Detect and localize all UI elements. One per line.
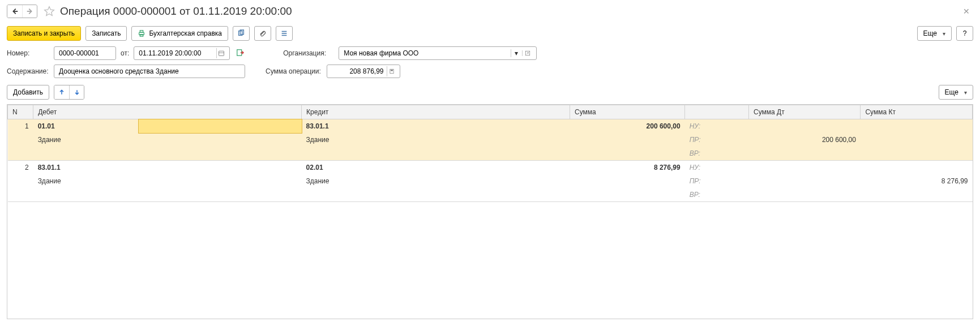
col-debit[interactable]: Дебет — [33, 105, 302, 119]
move-row-group — [54, 85, 84, 100]
more-button-top[interactable]: Еще — [917, 26, 952, 41]
table-row[interactable]: 2 83.01.1 02.01 8 276,99 НУ: — [8, 161, 973, 175]
svg-rect-1 — [140, 31, 143, 33]
number-input[interactable] — [54, 46, 116, 60]
table-row[interactable]: Здание Здание ПР: 200 600,00 — [8, 133, 973, 147]
col-sum-kt[interactable]: Сумма Кт — [861, 105, 973, 119]
calculator-icon[interactable] — [387, 66, 396, 76]
col-sum[interactable]: Сумма — [570, 105, 685, 119]
op-sum-label: Сумма операции: — [266, 67, 322, 75]
col-tax[interactable] — [685, 105, 749, 119]
help-button[interactable]: ? — [956, 26, 973, 41]
date-input[interactable] — [134, 46, 230, 60]
table-row[interactable]: Здание Здание ПР: 8 276,99 — [8, 174, 973, 188]
arrow-left-icon — [11, 7, 19, 15]
number-label: Номер: — [7, 49, 49, 57]
arrow-down-icon — [74, 89, 80, 96]
table-row[interactable]: ВР: — [8, 188, 973, 202]
op-sum-input[interactable] — [327, 65, 400, 78]
org-open-icon[interactable] — [522, 50, 533, 56]
paperclip-icon — [259, 29, 267, 37]
active-cell[interactable] — [139, 119, 302, 134]
svg-rect-9 — [391, 70, 393, 71]
svg-rect-5 — [219, 51, 224, 55]
favorite-star-icon[interactable] — [43, 5, 55, 18]
attach-button[interactable] — [254, 26, 271, 41]
print-ref-label: Бухгалтерская справка — [149, 29, 222, 37]
save-button[interactable]: Записать — [85, 26, 127, 41]
arrow-up-icon — [58, 89, 65, 96]
nav-buttons — [7, 5, 37, 18]
page-title: Операция 0000-000001 от 01.11.2019 20:00… — [60, 5, 292, 18]
list-icon — [280, 29, 288, 37]
calendar-icon[interactable] — [216, 48, 226, 58]
content-label: Содержание: — [7, 67, 49, 75]
list-button[interactable] — [276, 26, 293, 41]
table-row[interactable]: 1 01.01 83.01.1 200 600,00 НУ: — [8, 119, 973, 134]
nav-back-button[interactable] — [7, 5, 22, 18]
org-input[interactable]: ▾ — [339, 46, 537, 60]
copy-button[interactable] — [233, 26, 250, 41]
from-label: от: — [121, 49, 129, 57]
svg-rect-8 — [390, 69, 393, 74]
copy-icon — [237, 29, 245, 37]
col-credit[interactable]: Кредит — [302, 105, 570, 119]
content-input[interactable] — [54, 65, 245, 78]
nav-forward-button[interactable] — [22, 5, 37, 18]
svg-rect-2 — [140, 35, 143, 37]
move-down-button[interactable] — [69, 85, 84, 99]
col-n[interactable]: N — [8, 105, 33, 119]
table-row[interactable]: ВР: — [8, 147, 973, 161]
arrow-right-icon — [26, 7, 34, 15]
printer-icon — [138, 29, 145, 37]
more-button-table[interactable]: Еще — [939, 85, 973, 100]
add-row-button[interactable]: Добавить — [7, 85, 49, 100]
post-document-icon[interactable] — [234, 49, 246, 58]
col-sum-dt[interactable]: Сумма Дт — [748, 105, 860, 119]
print-ref-button[interactable]: Бухгалтерская справка — [131, 26, 228, 41]
close-button[interactable]: ✕ — [960, 7, 973, 16]
org-label: Организация: — [283, 49, 334, 57]
entries-table[interactable]: N Дебет Кредит Сумма Сумма Дт Сумма Кт 1… — [7, 104, 973, 319]
save-and-close-button[interactable]: Записать и закрыть — [7, 26, 81, 41]
org-dropdown-icon[interactable]: ▾ — [511, 49, 522, 57]
move-up-button[interactable] — [54, 85, 69, 99]
